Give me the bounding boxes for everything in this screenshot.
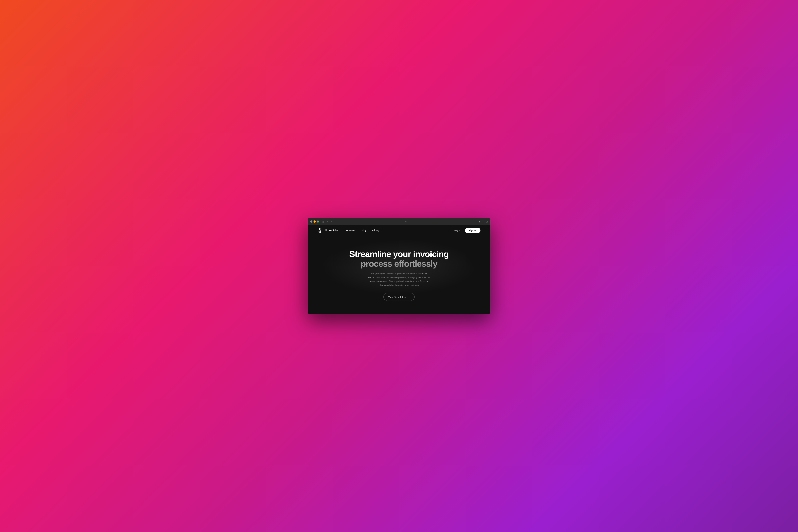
- chevron-down-icon: ▾: [356, 229, 357, 231]
- traffic-light-yellow[interactable]: [314, 221, 316, 223]
- hero-section: Streamline your invoicing process effort…: [307, 236, 491, 314]
- nav-blog[interactable]: Blog: [362, 229, 366, 232]
- svg-point-2: [320, 230, 321, 231]
- nav-links: Features ▾ Blog Pricing: [346, 229, 451, 232]
- login-button[interactable]: Log in: [451, 228, 463, 233]
- brand-logo[interactable]: NovaBills: [318, 228, 338, 233]
- brand-name: NovaBills: [324, 229, 338, 232]
- back-button[interactable]: ‹: [326, 220, 329, 223]
- nav-features[interactable]: Features ▾: [346, 229, 357, 232]
- forward-button[interactable]: ›: [331, 220, 333, 223]
- view-templates-label: View Templates: [388, 296, 406, 299]
- traffic-lights: [310, 221, 319, 223]
- nav-actions: Log in Sign Up: [451, 228, 480, 233]
- new-tab-button[interactable]: +: [482, 220, 484, 223]
- arrow-right-icon: →: [407, 296, 410, 299]
- browser-actions: ⬆ + ⊞: [478, 220, 488, 223]
- address-bar-area: ↻: [335, 220, 476, 223]
- traffic-light-red[interactable]: [310, 221, 312, 223]
- navbar: NovaBills Features ▾ Blog Pricing Log in…: [307, 225, 491, 236]
- browser-chrome: ▤ ‹ › ↻ ⬆ + ⊞: [307, 218, 491, 225]
- view-templates-button[interactable]: View Templates →: [383, 293, 415, 301]
- hero-subtitle: Say goodbye to tedious paperwork and hel…: [367, 272, 431, 287]
- website-content: NovaBills Features ▾ Blog Pricing Log in…: [307, 225, 491, 314]
- reload-button[interactable]: ↻: [405, 220, 407, 223]
- hero-title-line2: process effortlessly: [349, 259, 449, 268]
- nav-pricing[interactable]: Pricing: [372, 229, 379, 232]
- novabills-logo-icon: [318, 228, 323, 233]
- sidebar-toggle-button[interactable]: ▤: [321, 220, 324, 223]
- browser-window: ▤ ‹ › ↻ ⬆ + ⊞ NovaBills Fea: [307, 218, 491, 314]
- signup-button[interactable]: Sign Up: [465, 228, 480, 233]
- grid-button[interactable]: ⊞: [486, 220, 488, 223]
- traffic-light-green[interactable]: [317, 221, 319, 223]
- share-button[interactable]: ⬆: [478, 220, 480, 223]
- hero-title-line1: Streamline your invoicing: [349, 249, 449, 259]
- hero-title: Streamline your invoicing process effort…: [349, 249, 449, 268]
